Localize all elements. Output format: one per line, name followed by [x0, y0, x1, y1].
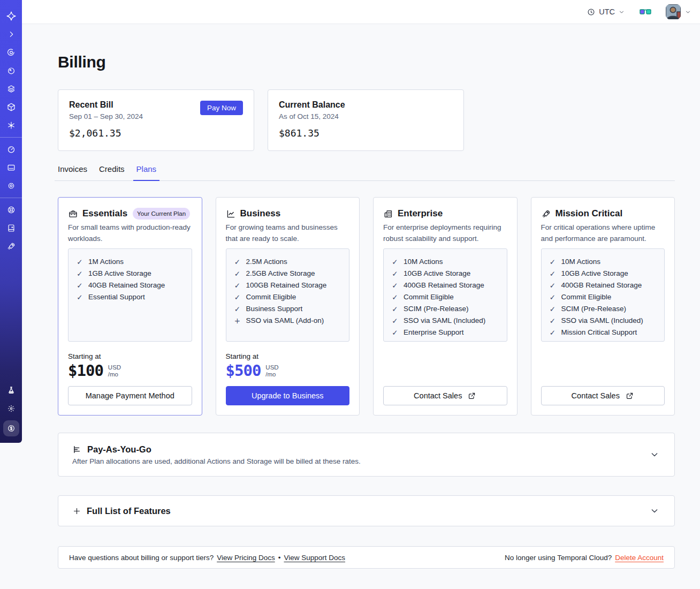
feature-text: Enterprise Support: [404, 327, 464, 338]
pay-now-button[interactable]: Pay Now: [200, 101, 243, 115]
feature-text: 10M Actions: [404, 256, 443, 268]
tab-invoices[interactable]: Invoices: [55, 164, 90, 181]
tab-plans[interactable]: Plans: [133, 164, 160, 181]
feature-text: 2.5GB Active Storage: [246, 268, 315, 280]
feature-list: ✓ 1M Actions ✓ 1GB Active Storage ✓ 40GB…: [68, 248, 192, 342]
manage-payment-button[interactable]: Manage Payment Method: [68, 386, 192, 405]
expand-chevron-icon[interactable]: [2, 25, 20, 43]
check-icon: ✓: [549, 315, 557, 327]
timezone-label: UTC: [599, 7, 615, 16]
plan-feature: ✓ Essential Support: [76, 291, 184, 303]
feature-list: ✓ 10M Actions ✓ 10GB Active Storage ✓ 40…: [541, 248, 665, 342]
feature-text: 10M Actions: [561, 256, 601, 268]
upgrade-business-button[interactable]: Upgrade to Business: [226, 386, 350, 405]
plan-price: $500: [226, 361, 261, 380]
feature-text: SSO via SAML (Included): [561, 315, 643, 327]
feature-text: 2.5M Actions: [246, 256, 287, 268]
avatar[interactable]: [666, 4, 681, 19]
brightness-sun-icon[interactable]: [2, 399, 20, 418]
plan-feature: ✓ 10M Actions: [549, 256, 657, 268]
payg-accordion[interactable]: Pay-As-You-Go After Plan allocations are…: [58, 433, 675, 477]
footer-delete: No longer using Temporal Cloud? Delete A…: [505, 554, 664, 562]
chevron-down-icon[interactable]: [649, 449, 660, 460]
feature-text: 1M Actions: [88, 256, 124, 268]
check-icon: ✓: [549, 268, 557, 280]
check-icon: ✓: [76, 268, 83, 280]
plus-icon: +: [234, 315, 241, 327]
chevron-down-icon[interactable]: [649, 505, 660, 516]
check-icon: ✓: [549, 303, 557, 315]
plan-description: For small teams with production-ready wo…: [68, 222, 192, 245]
footer-question: Have questions about billing or support …: [69, 554, 214, 562]
chevron-down-icon: [618, 9, 625, 16]
temporal-logo-icon[interactable]: [2, 7, 20, 25]
plan-feature: ✓ 2.5GB Active Storage: [234, 268, 342, 280]
billing-dollar-icon[interactable]: [3, 420, 19, 436]
contact-sales-label: Contact Sales: [572, 391, 620, 400]
nexus-asterisk-icon[interactable]: [2, 116, 20, 134]
support-lifebuoy-icon[interactable]: [2, 201, 20, 219]
feature-text: 10GB Active Storage: [404, 268, 470, 280]
delete-account-link[interactable]: Delete Account: [615, 554, 664, 562]
plan-feature: ✓ 1GB Active Storage: [76, 268, 184, 280]
feature-text: Business Support: [246, 303, 303, 315]
feature-text: Mission Critical Support: [561, 327, 637, 338]
get-started-rocket-icon[interactable]: [2, 237, 20, 255]
account-menu[interactable]: [666, 4, 691, 19]
tab-credits[interactable]: Credits: [96, 164, 128, 181]
payg-header: Pay-As-You-Go After Plan allocations are…: [72, 444, 361, 465]
current-plan-badge: Your Current Plan: [133, 208, 190, 220]
price-block: Starting at $100 USD /mo: [68, 352, 192, 379]
starting-at-label: Starting at: [226, 352, 350, 360]
docs-book-icon[interactable]: [2, 219, 20, 237]
external-link-icon: [467, 391, 476, 401]
plan-feature: ✓ 400GB Retained Storage: [549, 280, 657, 291]
recent-bill-amount: $2,061.35: [69, 127, 243, 139]
timezone-selector[interactable]: UTC: [587, 7, 625, 17]
3d-glasses-icon[interactable]: [639, 8, 652, 16]
check-icon: ✓: [234, 280, 241, 291]
plan-feature: ✓ Enterprise Support: [391, 327, 499, 338]
full-features-accordion[interactable]: Full List of Features: [58, 495, 675, 526]
check-icon: ✓: [391, 268, 399, 280]
contact-sales-button[interactable]: Contact Sales: [541, 386, 665, 405]
feature-list: ✓ 2.5M Actions ✓ 2.5GB Active Storage ✓ …: [226, 248, 350, 342]
plan-feature: ✓ 1M Actions: [76, 256, 184, 268]
plan-card-essentials: Essentials Your Current Plan For small t…: [58, 197, 202, 416]
feature-text: Essential Support: [88, 291, 145, 303]
external-link-icon: [625, 391, 634, 401]
deployments-cube-icon[interactable]: [2, 98, 20, 116]
plan-feature: ✓ SSO via SAML (Included): [549, 315, 657, 327]
check-icon: ✓: [549, 280, 557, 291]
plus-icon: [72, 507, 81, 516]
namespaces-icon[interactable]: [2, 43, 20, 62]
contact-sales-button[interactable]: Contact Sales: [383, 386, 507, 405]
check-icon: ✓: [234, 291, 241, 303]
check-icon: ✓: [76, 256, 83, 268]
usage-gauge-icon[interactable]: [2, 140, 20, 158]
price-unit: USD /mo: [108, 364, 121, 378]
feature-text: SCIM (Pre-Release): [404, 303, 469, 315]
check-icon: ✓: [391, 280, 399, 291]
pricing-docs-link[interactable]: View Pricing Docs: [217, 554, 275, 562]
full-features-title: Full List of Features: [87, 506, 171, 516]
settings-gear-icon[interactable]: [2, 177, 20, 195]
billing-tabs: Invoices Credits Plans: [55, 164, 675, 181]
schedules-timer-icon[interactable]: [2, 62, 20, 80]
payg-title: Pay-As-You-Go: [87, 444, 151, 455]
labs-flask-icon[interactable]: [2, 381, 20, 399]
main-content: Billing Recent Bill Pay Now Sep 01 – Sep…: [58, 24, 675, 569]
plan-name: Essentials: [82, 208, 127, 219]
contact-sales-label: Contact Sales: [414, 391, 462, 400]
billing-card-icon[interactable]: [2, 158, 20, 177]
layers-icon[interactable]: [2, 80, 20, 98]
feature-text: 100GB Retained Storage: [246, 280, 327, 291]
plan-price: $100: [68, 361, 103, 380]
briefcase-icon: [68, 209, 78, 219]
plan-feature: ✓ 10M Actions: [391, 256, 499, 268]
current-balance-card: Current Balance As of Oct 15, 2024 $861.…: [268, 89, 464, 151]
price-block: Starting at $500 USD /mo: [226, 352, 350, 379]
support-docs-link[interactable]: View Support Docs: [284, 554, 345, 562]
plan-feature: ✓ 2.5M Actions: [234, 256, 342, 268]
plan-name: Enterprise: [398, 208, 443, 219]
